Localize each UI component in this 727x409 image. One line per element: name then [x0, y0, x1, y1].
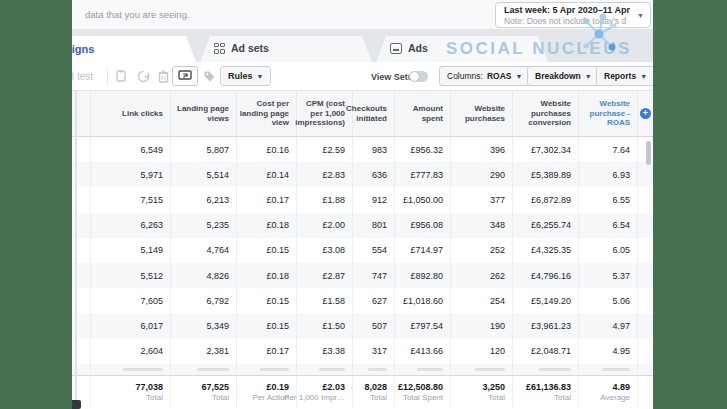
clipped-value [602, 368, 630, 371]
cell-scroll-gutter [637, 313, 653, 338]
header-cell-landing-page-views[interactable]: Landing page views [170, 90, 236, 137]
vertical-scrollbar-thumb[interactable] [646, 141, 651, 165]
columns-button[interactable]: Columns: ROAS ▼ [439, 66, 530, 86]
add-column-button[interactable]: + [640, 108, 651, 119]
table-row[interactable]: 5,9715,514£0.14£2.83636£777.83290£5,389.… [60, 162, 653, 187]
cell-cpm-cost-per-1-000-impressions: £3.38 [296, 339, 352, 364]
header-cell-website-purchase-roas[interactable]: Website purchase - ROAS [578, 90, 637, 137]
cell-clipped [450, 364, 512, 375]
ads-manager-screen: data that you are seeing. Last week: 5 A… [0, 0, 727, 409]
cell-website-purchases-conversion: £4,796.16 [512, 263, 578, 288]
clipped-value [197, 368, 229, 371]
cell-website-purchases: 377 [450, 187, 512, 212]
header-cell-checkouts-initiated[interactable]: Checkouts initiated [352, 90, 394, 137]
header-cell-link-clicks[interactable]: Link clicks [90, 90, 170, 137]
cell-link-clicks: 7,515 [90, 187, 170, 212]
totals-value: £2.03 [322, 382, 345, 392]
cell-scroll-gutter [637, 339, 653, 364]
tab-ad-sets-label: Ad sets [231, 42, 269, 54]
cell-landing-page-views: 5,349 [170, 313, 236, 338]
cell-link-clicks: 2,604 [90, 339, 170, 364]
metrics-table: Link clicksLanding page viewsCost per la… [60, 90, 653, 408]
totals-label: Total [212, 393, 229, 402]
view-setup-toggle[interactable] [409, 71, 428, 82]
cell-website-purchases-conversion: £6,255.74 [512, 213, 578, 238]
cell-website-purchases: 348 [450, 213, 512, 238]
cell-landing-page-views: 4,764 [170, 238, 236, 263]
cell-website-purchase-roas: 4.95 [578, 339, 637, 364]
reports-button-label: Reports [604, 71, 636, 81]
header-cell-website-purchases-conversion[interactable]: Website purchases conversion [512, 90, 578, 137]
cell-amount-spent: £797.54 [394, 313, 450, 338]
header-cell-cpm-cost-per-1-000-impressions[interactable]: CPM (cost per 1,000 impressions) [296, 90, 352, 137]
table-row[interactable]: 5,1494,764£0.15£3.08554£714.97252£4,325.… [60, 238, 653, 263]
cell-amount-spent: £892.80 [394, 263, 450, 288]
breakdown-button[interactable]: Breakdown ▼ [527, 66, 600, 86]
totals-amount-spent: £12,508.80 Total Spent [394, 375, 450, 408]
cell-link-clicks: 5,971 [90, 162, 170, 187]
totals-label: Total [488, 393, 505, 402]
cell-cpm-cost-per-1-000-impressions: £2.00 [296, 213, 352, 238]
cell-website-purchases: 290 [450, 162, 512, 187]
table-row[interactable]: 6,2635,235£0.18£2.00801£956.08348£6,255.… [60, 213, 653, 238]
header-cell-website-purchases[interactable]: Website purchases [450, 90, 512, 137]
totals-website-purchase-roas: 4.89 Average [578, 375, 637, 408]
totals-value: 67,525 [201, 382, 229, 392]
cell-clipped [236, 364, 296, 375]
header-cell-cost-per-landing-page-view[interactable]: Cost per landing page view [236, 90, 296, 137]
totals-value: £12,508.80 [398, 382, 443, 392]
cell-amount-spent: £956.32 [394, 137, 450, 162]
totals-website-purchases-conversion: £61,136.83 Total [512, 375, 578, 408]
pillarbox-left [0, 0, 72, 409]
cell-website-purchase-roas: 6.93 [578, 162, 637, 187]
cell-checkouts-initiated: 636 [352, 162, 394, 187]
clipped-value [475, 368, 505, 371]
cell-cost-per-landing-page-view: £0.18 [236, 213, 296, 238]
rules-button[interactable]: Rules ▼ [220, 66, 271, 86]
cell-website-purchases: 262 [450, 263, 512, 288]
cell-amount-spent: £1,050.00 [394, 187, 450, 212]
totals-value: 4.89 [612, 382, 630, 392]
history-icon[interactable] [134, 67, 152, 85]
clipped-value [319, 368, 345, 371]
table-row[interactable]: 5,5124,826£0.18£2.87747£892.80262£4,796.… [60, 263, 653, 288]
tag-icon[interactable] [200, 67, 218, 85]
cell-amount-spent: £714.97 [394, 238, 450, 263]
duplicate-icon[interactable] [113, 67, 131, 85]
reports-button[interactable]: Reports ▼ [596, 66, 655, 86]
cell-website-purchases-conversion: £5,149.20 [512, 288, 578, 313]
cell-cost-per-landing-page-view: £0.18 [236, 263, 296, 288]
tab-ad-sets[interactable]: Ad sets [200, 36, 372, 62]
cell-cost-per-landing-page-view: £0.17 [236, 339, 296, 364]
cell-cost-per-landing-page-view: £0.15 [236, 313, 296, 338]
cell-clipped [296, 364, 352, 375]
cell-clipped [90, 364, 170, 375]
cell-landing-page-views: 6,213 [170, 187, 236, 212]
totals-cost-per-landing-page-view: £0.19 Per Action [236, 375, 296, 408]
date-range-picker[interactable]: Last week: 5 Apr 2020–11 Apr Note: Does … [495, 2, 651, 28]
table-row[interactable]: 6,0175,349£0.15£1.50507£797.54190£3,961.… [60, 313, 653, 338]
ad-sets-grid-icon [214, 43, 225, 54]
header-cell-amount-spent[interactable]: Amount spent [394, 90, 450, 137]
table-row[interactable]: 7,5156,213£0.17£1.88912£1,050.00377£6,87… [60, 187, 653, 212]
cell-website-purchase-roas: 6.05 [578, 238, 637, 263]
cell-scroll-gutter [637, 263, 653, 288]
cell-cost-per-landing-page-view: £0.14 [236, 162, 296, 187]
chevron-down-icon: ▼ [637, 12, 644, 19]
clipped-value [260, 368, 289, 371]
cell-link-clicks: 7,605 [90, 288, 170, 313]
table-row[interactable]: 2,6042,381£0.17£3.38317£413.66120£2,048.… [60, 339, 653, 364]
table-row[interactable]: 6,5495,807£0.16£2.59983£956.32396£7,302.… [60, 137, 653, 162]
chevron-down-icon: ▼ [640, 73, 647, 80]
cell-cpm-cost-per-1-000-impressions: £1.58 [296, 288, 352, 313]
cell-website-purchases-conversion: £3,961.23 [512, 313, 578, 338]
table-row[interactable]: 7,6056,792£0.15£1.58627£1,018.60254£5,14… [60, 288, 653, 313]
cell-website-purchase-roas: 6.54 [578, 213, 637, 238]
delete-icon[interactable] [154, 67, 172, 85]
export-button[interactable] [172, 66, 198, 86]
cell-website-purchase-roas: 5.37 [578, 263, 637, 288]
cell-website-purchase-roas: 6.55 [578, 187, 637, 212]
clipped-value [368, 368, 387, 371]
cell-link-clicks: 6,549 [90, 137, 170, 162]
toggle-knob [410, 72, 419, 81]
